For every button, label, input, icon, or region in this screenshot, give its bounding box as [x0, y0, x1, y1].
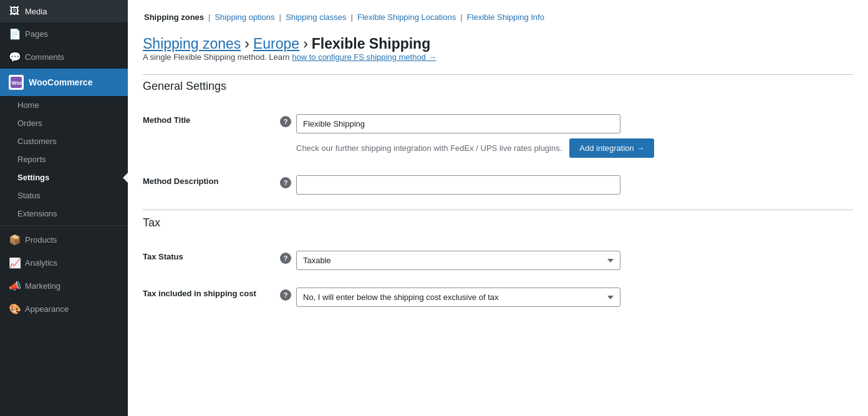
sidebar-item-marketing[interactable]: 📣 Marketing: [0, 274, 128, 297]
marketing-icon: 📣: [9, 280, 20, 292]
method-title-row: Method Title ? Check our further shippin…: [143, 105, 853, 167]
breadcrumb: Shipping zones › Europe › Flexible Shipp…: [143, 36, 853, 52]
tab-shipping-zones[interactable]: Shipping zones: [143, 10, 205, 24]
tax-section-title: Tax: [143, 210, 853, 230]
sidebar-label-orders: Orders: [17, 119, 42, 128]
sidebar-label-home: Home: [17, 100, 39, 110]
media-icon: 🖼: [9, 6, 20, 17]
sidebar-label-status: Status: [17, 191, 41, 200]
sidebar-item-settings[interactable]: Settings: [0, 168, 128, 186]
method-title-label: Method Title: [143, 105, 280, 167]
sidebar-item-extensions[interactable]: Extensions: [0, 205, 128, 223]
analytics-icon: 📈: [9, 257, 20, 269]
tax-included-field: ? No, I will enter below the shipping co…: [280, 279, 853, 316]
sidebar-label-marketing: Marketing: [25, 281, 60, 291]
method-description-field-row: ?: [280, 175, 853, 195]
sidebar-item-products[interactable]: 📦 Products: [0, 228, 128, 251]
tax-status-select[interactable]: Taxable Not taxable: [296, 251, 620, 270]
sidebar-item-home[interactable]: Home: [0, 96, 128, 114]
method-title-field-row: ? Check our further shipping integration…: [280, 114, 853, 158]
sidebar-label-media: Media: [25, 7, 47, 16]
pages-icon: 📄: [9, 28, 20, 40]
appearance-icon: 🎨: [9, 303, 20, 315]
sidebar-label-customers: Customers: [17, 137, 57, 146]
sidebar-label-appearance: Appearance: [25, 304, 69, 314]
method-title-input[interactable]: [296, 114, 620, 133]
sidebar-label-analytics: Analytics: [25, 258, 57, 268]
woocommerce-label: WooCommerce: [29, 77, 92, 87]
integration-note: Check our further shipping integration w…: [296, 138, 654, 158]
sidebar-label-settings: Settings: [17, 173, 49, 182]
products-icon: 📦: [9, 234, 20, 246]
woocommerce-header[interactable]: Woo WooCommerce: [0, 69, 128, 96]
sidebar-divider: [0, 225, 128, 226]
method-description-help-icon[interactable]: ?: [280, 177, 291, 188]
breadcrumb-current: Flexible Shipping: [312, 36, 430, 52]
svg-text:Woo: Woo: [12, 80, 22, 86]
sidebar-label-products: Products: [25, 235, 57, 244]
method-description-row: Method Description ?: [143, 167, 853, 203]
page-subtitle: A single Flexible Shipping method. Learn…: [143, 52, 853, 62]
sidebar-label-pages: Pages: [25, 29, 48, 39]
content-area: Shipping zones | Shipping options | Ship…: [128, 0, 868, 416]
method-description-field: ?: [280, 167, 853, 203]
fs-config-link[interactable]: how to configure FS shipping method →: [292, 52, 436, 62]
tax-status-label: Tax Status: [143, 242, 280, 279]
tab-shipping-classes[interactable]: Shipping classes: [284, 10, 348, 24]
tax-included-field-row: ? No, I will enter below the shipping co…: [280, 288, 853, 307]
sidebar-item-appearance[interactable]: 🎨 Appearance: [0, 297, 128, 321]
tax-included-select[interactable]: No, I will enter below the shipping cost…: [296, 288, 620, 307]
woo-logo: Woo: [9, 75, 24, 90]
tax-status-help-icon[interactable]: ?: [280, 253, 291, 264]
breadcrumb-shipping-zones[interactable]: Shipping zones: [143, 36, 241, 52]
sidebar-item-orders[interactable]: Orders: [0, 114, 128, 132]
tax-included-row: Tax included in shipping cost ? No, I wi…: [143, 279, 853, 316]
sidebar-item-media[interactable]: 🖼 Media: [0, 0, 128, 22]
method-title-field: ? Check our further shipping integration…: [280, 105, 853, 167]
sidebar-label-extensions: Extensions: [17, 209, 57, 218]
sidebar-label-reports: Reports: [17, 155, 46, 164]
sidebar-item-analytics[interactable]: 📈 Analytics: [0, 251, 128, 274]
tax-status-field-row: ? Taxable Not taxable: [280, 251, 853, 270]
main-content: Shipping zones | Shipping options | Ship…: [128, 0, 868, 416]
tax-status-field: ? Taxable Not taxable: [280, 242, 853, 279]
tab-flexible-shipping-info[interactable]: Flexible Shipping Info: [466, 10, 546, 24]
sidebar-label-comments: Comments: [25, 52, 64, 62]
integration-note-text: Check our further shipping integration w…: [296, 143, 562, 153]
sidebar-item-pages[interactable]: 📄 Pages: [0, 22, 128, 46]
tab-flexible-shipping-locations[interactable]: Flexible Shipping Locations: [356, 10, 457, 24]
method-description-input[interactable]: [296, 175, 620, 195]
general-settings-title: General Settings: [143, 74, 853, 93]
breadcrumb-europe[interactable]: Europe: [253, 36, 299, 52]
settings-form: Method Title ? Check our further shippin…: [143, 105, 853, 203]
tab-navigation: Shipping zones | Shipping options | Ship…: [143, 10, 853, 24]
comments-icon: 💬: [9, 51, 20, 63]
sidebar-item-reports[interactable]: Reports: [0, 150, 128, 168]
sidebar-item-customers[interactable]: Customers: [0, 132, 128, 150]
method-title-inputs: Check our further shipping integration w…: [296, 114, 654, 158]
method-description-label: Method Description: [143, 167, 280, 203]
method-title-help-icon[interactable]: ?: [280, 116, 291, 127]
sidebar: 🖼 Media 📄 Pages 💬 Comments Woo WooCommer…: [0, 0, 128, 416]
add-integration-button[interactable]: Add integration →: [569, 138, 654, 158]
tab-shipping-options[interactable]: Shipping options: [213, 10, 276, 24]
tax-status-row: Tax Status ? Taxable Not taxable: [143, 242, 853, 279]
tax-included-label: Tax included in shipping cost: [143, 279, 280, 316]
sidebar-item-comments[interactable]: 💬 Comments: [0, 46, 128, 69]
sidebar-item-status[interactable]: Status: [0, 186, 128, 205]
tax-form: Tax Status ? Taxable Not taxable: [143, 242, 853, 316]
tax-included-help-icon[interactable]: ?: [280, 289, 291, 301]
